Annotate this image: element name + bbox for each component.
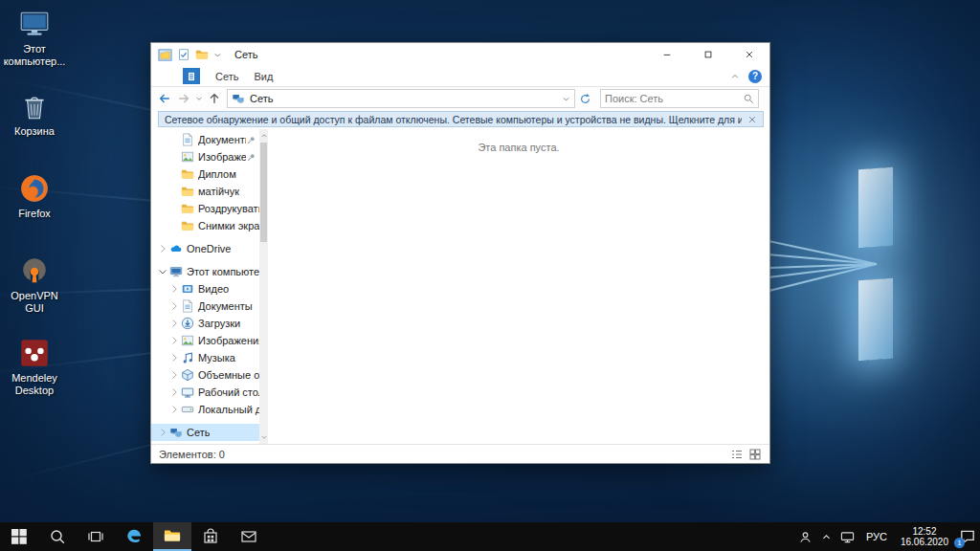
tab-view[interactable]: Вид bbox=[254, 71, 273, 82]
taskbar-task-view-button[interactable] bbox=[77, 522, 115, 551]
address-dropdown-chevron-icon[interactable] bbox=[562, 95, 570, 103]
scrollbar-thumb[interactable] bbox=[260, 143, 267, 242]
taskbar-search-button[interactable] bbox=[38, 522, 77, 551]
sidebar-item-this-pc[interactable]: Этот компьютер bbox=[151, 263, 259, 280]
chevron-right-icon[interactable] bbox=[168, 300, 180, 312]
sidebar-item-qa-rozdrukuvaty[interactable]: Роздрукувати bbox=[151, 200, 259, 217]
sidebar-item-label: Музыка bbox=[198, 352, 235, 364]
file-menu-button[interactable] bbox=[183, 68, 200, 84]
chevron-right-icon[interactable] bbox=[168, 369, 180, 381]
chevron-spacer bbox=[168, 203, 180, 214]
picture-icon bbox=[181, 334, 194, 347]
sidebar-scrollbar[interactable] bbox=[259, 129, 268, 444]
mendeley-icon bbox=[18, 337, 51, 369]
details-view-icon[interactable] bbox=[730, 448, 744, 461]
chevron-spacer bbox=[168, 134, 180, 145]
network-tray-icon[interactable] bbox=[840, 530, 855, 544]
qat-new-folder-icon[interactable] bbox=[195, 48, 209, 61]
sidebar-item-label: Изображения bbox=[198, 335, 259, 346]
sidebar-item-network[interactable]: Сеть bbox=[151, 424, 259, 441]
search-box[interactable] bbox=[600, 89, 759, 108]
address-text: Сеть bbox=[250, 93, 562, 104]
desktop-icon-recycle-bin[interactable]: Корзина bbox=[2, 90, 67, 170]
sidebar-item-label: Диплом bbox=[198, 168, 236, 180]
desktop-icon-this-pc[interactable]: Этот компьютер... bbox=[2, 8, 67, 88]
sidebar-item-label: Снимки экрана bbox=[198, 220, 259, 231]
sidebar-item-label: OneDrive bbox=[187, 243, 231, 254]
language-indicator[interactable]: РУС bbox=[863, 531, 890, 542]
chevron-right-icon[interactable] bbox=[168, 404, 180, 415]
taskbar-file-explorer-button[interactable] bbox=[153, 522, 191, 551]
sidebar-item-label: Видео bbox=[198, 283, 229, 295]
sidebar-item-qa-diplom[interactable]: Диплом bbox=[151, 165, 259, 183]
scroll-down-icon[interactable] bbox=[260, 433, 268, 441]
cube-icon bbox=[181, 368, 194, 382]
tab-network[interactable]: Сеть bbox=[215, 71, 238, 82]
help-icon[interactable]: ? bbox=[748, 70, 762, 83]
hidden-icons-chevron-icon[interactable] bbox=[821, 532, 832, 542]
taskbar-start-button[interactable] bbox=[0, 522, 38, 551]
folder-content[interactable]: Эта папка пуста. bbox=[268, 129, 769, 444]
notification-bar[interactable]: Сетевое обнаружение и общий доступ к фай… bbox=[158, 111, 764, 127]
empty-folder-message: Эта папка пуста. bbox=[268, 142, 769, 153]
document-icon bbox=[181, 299, 194, 313]
refresh-button[interactable] bbox=[577, 89, 593, 108]
notification-text: Сетевое обнаружение и общий доступ к фай… bbox=[165, 114, 742, 125]
chevron-right-icon[interactable] bbox=[168, 335, 180, 346]
sidebar-item-videos[interactable]: Видео bbox=[151, 280, 259, 298]
sidebar-item-desktop[interactable]: Рабочий стол bbox=[151, 384, 259, 401]
chevron-right-icon[interactable] bbox=[157, 427, 168, 438]
sidebar-item-label: Сеть bbox=[187, 427, 210, 438]
forward-button[interactable] bbox=[175, 89, 192, 108]
titlebar[interactable]: Сеть bbox=[151, 43, 769, 66]
sidebar-item-label: Изображения bbox=[198, 151, 246, 163]
picture-icon bbox=[181, 150, 194, 164]
collapse-ribbon-icon[interactable] bbox=[730, 72, 740, 81]
chevron-down-icon[interactable] bbox=[157, 266, 168, 277]
sidebar-item-onedrive[interactable]: OneDrive bbox=[151, 240, 259, 257]
sidebar-item-3d-objects[interactable]: Объемные объе bbox=[151, 366, 259, 384]
chevron-right-icon[interactable] bbox=[168, 318, 180, 329]
chevron-right-icon[interactable] bbox=[168, 352, 180, 364]
desktop-icon-firefox[interactable]: Firefox bbox=[2, 172, 67, 253]
sidebar-item-qa-pictures[interactable]: Изображения bbox=[151, 148, 259, 165]
scroll-up-icon[interactable] bbox=[260, 132, 268, 140]
sidebar-item-music[interactable]: Музыка bbox=[151, 349, 259, 366]
folder-icon bbox=[181, 202, 194, 215]
people-icon[interactable] bbox=[798, 530, 813, 544]
sidebar-item-qa-screenshots[interactable]: Снимки экрана bbox=[151, 217, 259, 234]
sidebar-item-qa-documents[interactable]: Документы bbox=[151, 131, 259, 148]
close-button[interactable] bbox=[728, 43, 769, 66]
chevron-spacer bbox=[168, 151, 180, 163]
desktop-icon-mendeley[interactable]: Mendeley Desktop bbox=[2, 337, 67, 417]
taskbar-edge-button[interactable] bbox=[115, 522, 153, 551]
sidebar-item-pictures[interactable]: Изображения bbox=[151, 332, 259, 349]
maximize-button[interactable] bbox=[687, 43, 728, 66]
folder-icon bbox=[181, 185, 194, 198]
chevron-right-icon[interactable] bbox=[168, 283, 180, 295]
sidebar-item-documents[interactable]: Документы bbox=[151, 298, 259, 315]
thumbnails-view-icon[interactable] bbox=[748, 448, 762, 461]
desktop-icon-label: Mendeley Desktop bbox=[2, 372, 67, 397]
chevron-right-icon[interactable] bbox=[168, 386, 180, 398]
recycle-bin-icon bbox=[18, 90, 51, 122]
chevron-right-icon[interactable] bbox=[157, 243, 168, 254]
desktop-icon-openvpn[interactable]: OpenVPN GUI bbox=[2, 254, 67, 335]
up-button[interactable] bbox=[206, 89, 223, 108]
address-bar[interactable]: Сеть bbox=[227, 89, 575, 108]
back-button[interactable] bbox=[156, 89, 173, 108]
store-icon bbox=[202, 528, 219, 545]
recent-locations-chevron-icon[interactable] bbox=[194, 89, 204, 108]
taskbar-store-button[interactable] bbox=[191, 522, 230, 551]
sidebar-item-downloads[interactable]: Загрузки bbox=[151, 315, 259, 332]
action-center-icon[interactable]: 1 bbox=[959, 528, 976, 545]
qat-properties-icon[interactable] bbox=[177, 48, 190, 61]
close-notification-icon[interactable] bbox=[747, 115, 757, 124]
search-input[interactable] bbox=[605, 93, 743, 104]
taskbar-mail-button[interactable] bbox=[230, 522, 268, 551]
qat-customize-chevron-icon[interactable] bbox=[213, 51, 222, 59]
minimize-button[interactable] bbox=[646, 43, 687, 66]
sidebar-item-local-disk[interactable]: Локальный диск bbox=[151, 401, 259, 418]
sidebar-item-qa-matiychuk[interactable]: матійчук bbox=[151, 183, 259, 200]
clock[interactable]: 12:52 16.06.2020 bbox=[899, 526, 950, 547]
